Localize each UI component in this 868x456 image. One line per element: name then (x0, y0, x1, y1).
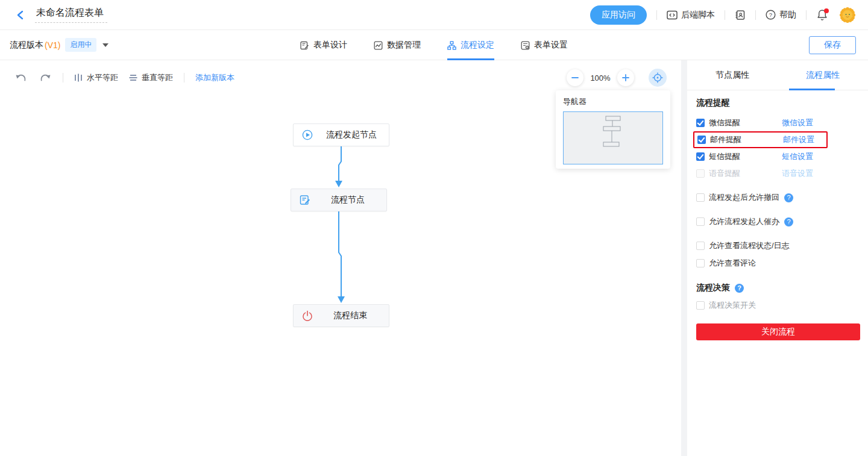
app-access-button[interactable]: 应用访问 (590, 5, 647, 25)
allow-urge-checkbox[interactable] (696, 217, 705, 226)
node-flow-start[interactable]: 流程发起节点 (293, 123, 389, 146)
sms-settings-link[interactable]: 短信设置 (782, 151, 813, 162)
help-icon: ? (766, 10, 776, 20)
divider (725, 10, 725, 20)
view-status-row: 允许查看流程状态/日志 (693, 240, 859, 252)
vertical-spacing-button[interactable]: 垂直等距 (129, 72, 173, 83)
zoom-controls: 100% (567, 69, 667, 87)
help-label: 帮助 (779, 10, 796, 20)
sidebar-tabs: 节点属性 流程属性 (687, 60, 868, 90)
zoom-in-button[interactable] (617, 69, 634, 86)
withdraw-help-icon[interactable]: ? (784, 193, 793, 202)
tab-label: 表单设置 (534, 40, 568, 51)
version-dropdown-caret[interactable] (102, 43, 108, 47)
navigator-viewport[interactable] (563, 111, 663, 164)
notification-bell-icon[interactable] (816, 8, 829, 22)
view-comments-checkbox[interactable] (696, 259, 705, 267)
voice-reminder-label: 语音提醒 (709, 168, 782, 179)
wechat-reminder-checkbox[interactable] (696, 119, 705, 127)
version-info: 流程版本(V1) 启用中 (10, 38, 108, 52)
header-right: 应用访问 后端脚本 ? 帮助 (590, 5, 856, 25)
decision-help-icon[interactable]: ? (735, 284, 744, 293)
view-comments-row: 允许查看评论 (693, 257, 859, 269)
divider (806, 10, 807, 20)
navigator-title: 导航器 (563, 96, 663, 107)
header-left: 未命名流程表单 (14, 7, 107, 23)
vertical-spacing-label: 垂直等距 (142, 72, 173, 83)
main-tabs: 表单设计 数据管理 流程设定 表单设置 (300, 30, 568, 60)
properties-sidebar: 节点属性 流程属性 流程提醒 微信提醒 微信设置 邮件提醒 邮件设置 (687, 60, 868, 456)
view-status-checkbox[interactable] (696, 242, 705, 250)
contacts-button[interactable] (735, 10, 746, 20)
zoom-level: 100% (590, 73, 611, 83)
view-status-label: 允许查看流程状态/日志 (709, 240, 790, 251)
tab-flow-properties[interactable]: 流程属性 (778, 60, 868, 90)
navigator-panel: 导航器 (556, 90, 670, 169)
voice-reminder-row: 语音提醒 语音设置 (693, 165, 828, 182)
decision-heading: 流程决策 ? (696, 283, 859, 293)
tab-label: 流程设定 (461, 40, 494, 51)
backend-script-label: 后端脚本 (681, 10, 715, 20)
backend-script-button[interactable]: 后端脚本 (667, 10, 715, 20)
locate-center-button[interactable] (649, 69, 667, 87)
divider (656, 10, 657, 20)
wechat-settings-link[interactable]: 微信设置 (782, 117, 813, 128)
sms-reminder-checkbox[interactable] (696, 152, 705, 161)
redo-icon[interactable] (39, 71, 52, 84)
page-title[interactable]: 未命名流程表单 (35, 7, 107, 23)
decision-switch-checkbox[interactable] (696, 301, 705, 310)
wechat-reminder-row: 微信提醒 微信设置 (693, 114, 828, 131)
zoom-out-button[interactable] (567, 69, 583, 86)
navigator-minimap (564, 112, 662, 164)
email-settings-link[interactable]: 邮件设置 (783, 134, 814, 145)
active-tab-underline (789, 89, 835, 90)
tab-form-settings[interactable]: 表单设置 (521, 30, 568, 60)
sms-reminder-row: 短信提醒 短信设置 (693, 148, 828, 165)
close-flow-button[interactable]: 关闭流程 (696, 323, 860, 340)
divider (184, 73, 184, 83)
allow-withdraw-checkbox[interactable] (696, 193, 705, 202)
horizontal-spacing-icon (74, 73, 83, 82)
decision-switch-label: 流程决策开关 (709, 300, 756, 311)
sms-reminder-label: 短信提醒 (709, 151, 782, 162)
node-label: 流程发起节点 (326, 130, 377, 140)
svg-text:?: ? (769, 11, 772, 18)
version-label: 流程版本 (10, 40, 43, 51)
view-comments-label: 允许查看评论 (709, 258, 756, 269)
tab-label: 数据管理 (387, 40, 421, 51)
vertical-spacing-icon (129, 73, 137, 82)
avatar[interactable] (839, 7, 856, 23)
node-flow-step[interactable]: 流程节点 (291, 189, 387, 211)
node-flow-end[interactable]: 流程结束 (293, 304, 389, 327)
add-new-version-link[interactable]: 添加新版本 (195, 72, 234, 83)
tab-form-design[interactable]: 表单设计 (300, 30, 347, 60)
form-settings-icon (521, 41, 530, 50)
form-design-icon (300, 41, 309, 50)
status-badge: 启用中 (65, 38, 96, 52)
notification-dot (824, 8, 829, 13)
tab-data-management[interactable]: 数据管理 (374, 30, 421, 60)
horizontal-spacing-button[interactable]: 水平等距 (74, 72, 118, 83)
help-button[interactable]: ? 帮助 (766, 10, 796, 20)
node-label: 流程结束 (333, 310, 367, 321)
decision-switch-row: 流程决策开关 (693, 299, 859, 311)
form-edit-icon (300, 195, 310, 205)
email-reminder-label: 邮件提醒 (710, 134, 783, 145)
reminder-heading: 流程提醒 (696, 98, 859, 108)
undo-icon[interactable] (14, 71, 28, 84)
flow-canvas[interactable]: 水平等距 垂直等距 添加新版本 100% (0, 60, 681, 456)
data-manage-icon (374, 41, 383, 50)
wechat-reminder-label: 微信提醒 (709, 117, 782, 128)
tab-node-properties[interactable]: 节点属性 (687, 60, 778, 90)
divider (755, 10, 756, 20)
back-icon[interactable] (14, 9, 27, 21)
panel-divider (681, 60, 687, 456)
tab-flow-setting[interactable]: 流程设定 (447, 30, 494, 60)
divider (63, 73, 63, 83)
decision-heading-label: 流程决策 (696, 283, 730, 293)
save-button[interactable]: 保存 (809, 36, 856, 54)
play-icon (302, 130, 313, 140)
email-reminder-checkbox[interactable] (697, 136, 706, 144)
urge-help-icon[interactable]: ? (784, 217, 793, 226)
horizontal-spacing-label: 水平等距 (87, 72, 118, 83)
